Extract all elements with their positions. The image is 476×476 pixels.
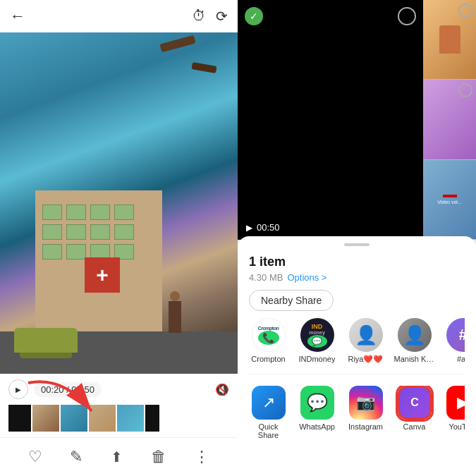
quickshare-icon: ↗ bbox=[252, 386, 286, 420]
canva-label: Canva bbox=[403, 422, 426, 431]
timer-icon[interactable]: ⏱ bbox=[192, 8, 206, 25]
youtube-label: YouTu... bbox=[448, 422, 465, 431]
nearby-share-button[interactable]: Nearby Share bbox=[249, 290, 334, 311]
character bbox=[169, 301, 181, 333]
canva-icon: C bbox=[398, 386, 432, 420]
app-whatsapp[interactable]: 💬 WhatsApp bbox=[298, 386, 336, 439]
manish-avatar: 👤 bbox=[398, 318, 432, 352]
app-canva[interactable]: C Canva bbox=[395, 386, 434, 439]
select-circle bbox=[458, 4, 472, 18]
thumb-dark-2 bbox=[145, 405, 159, 432]
circle-select bbox=[398, 7, 416, 25]
hashtag-name: #all bbox=[457, 355, 465, 363]
side-thumb-3[interactable]: Video vol... bbox=[423, 160, 476, 240]
flying-object-1 bbox=[159, 35, 195, 53]
thumb-4 bbox=[117, 405, 144, 432]
medical-cross bbox=[85, 257, 120, 293]
left-panel: ← ⏱ ⟳ ▶ 00:20 / 00:50 � bbox=[0, 0, 238, 476]
side-thumb-2[interactable] bbox=[423, 80, 476, 159]
instagram-icon: 📷 bbox=[349, 386, 383, 420]
gallery-side-strip: Video vol... bbox=[423, 0, 476, 240]
share-button[interactable]: ⬆ bbox=[108, 446, 126, 468]
crompton-avatar: Crompton 📞 bbox=[252, 318, 286, 352]
volume-icon[interactable]: 🔇 bbox=[215, 383, 229, 396]
video-black-area bbox=[238, 0, 423, 240]
thumb-2 bbox=[61, 405, 87, 432]
gallery-top: ✓ ▶ 00:50 bbox=[238, 0, 476, 240]
refresh-icon[interactable]: ⟳ bbox=[216, 8, 228, 25]
video-main bbox=[0, 32, 238, 374]
contact-manish[interactable]: 👤 Manish Kaka bbox=[395, 318, 434, 364]
divider bbox=[249, 374, 465, 374]
contact-indmoney[interactable]: IND money 💬 INDmoney bbox=[298, 318, 336, 364]
sheet-info-row: 4.30 MB Options > bbox=[249, 271, 465, 283]
riya-avatar: 👤 bbox=[349, 318, 383, 352]
quickshare-label: Quick Share bbox=[249, 422, 288, 439]
video-duration: ▶ 00:50 bbox=[246, 222, 280, 233]
right-panel: ✓ ▶ 00:50 bbox=[238, 0, 476, 476]
video-bar bbox=[443, 195, 457, 197]
timeline-bar: ▶ 00:20 / 00:50 🔇 bbox=[8, 379, 229, 399]
top-icons-group: ⏱ ⟳ bbox=[192, 8, 228, 25]
bottom-toolbar: ♡ ✎ ⬆ 🗑 ⋮ bbox=[0, 437, 238, 476]
sheet-title: 1 item bbox=[249, 255, 465, 269]
like-button[interactable]: ♡ bbox=[25, 445, 45, 469]
thumb-bg-3: Video vol... bbox=[423, 160, 476, 239]
app-instagram[interactable]: 📷 Instagram bbox=[346, 386, 385, 439]
thumb-1 bbox=[32, 405, 59, 432]
sheet-size: 4.30 MB bbox=[249, 272, 283, 283]
whatsapp-label: WhatsApp bbox=[299, 422, 335, 431]
side-thumb-1[interactable] bbox=[423, 0, 476, 80]
whatsapp-icon: 💬 bbox=[300, 386, 334, 420]
sheet-handle bbox=[344, 243, 370, 246]
building-windows bbox=[42, 205, 134, 260]
share-sheet: 1 item 4.30 MB Options > Nearby Share Cr… bbox=[238, 236, 476, 476]
play-icon: ▶ bbox=[246, 223, 252, 233]
instagram-label: Instagram bbox=[348, 422, 383, 431]
contact-crompton[interactable]: Crompton 📞 Crompton bbox=[249, 318, 288, 364]
edit-button[interactable]: ✎ bbox=[67, 445, 85, 469]
video-label: Video vol... bbox=[437, 200, 462, 205]
film-strip bbox=[8, 405, 229, 432]
riya-name: Riya❤️❤️ bbox=[348, 355, 383, 364]
contact-hashtag-all[interactable]: # #all bbox=[444, 318, 465, 364]
building bbox=[35, 190, 162, 331]
indmoney-name: INDmoney bbox=[299, 355, 336, 363]
youtube-icon: ▶ bbox=[446, 386, 465, 420]
play-button[interactable]: ▶ bbox=[8, 379, 28, 399]
back-button[interactable]: ← bbox=[10, 7, 25, 25]
contact-riya[interactable]: 👤 Riya❤️❤️ bbox=[346, 318, 385, 364]
thumb-3 bbox=[89, 405, 116, 432]
hashtag-avatar: # bbox=[446, 318, 465, 352]
crompton-name: Crompton bbox=[251, 355, 285, 363]
top-bar: ← ⏱ ⟳ bbox=[0, 0, 238, 32]
indmoney-avatar: IND money 💬 bbox=[300, 318, 334, 352]
contacts-row: Crompton 📞 Crompton IND money 💬 INDmo bbox=[249, 318, 465, 367]
apps-row: ↗ Quick Share 💬 WhatsApp 📷 Instagram bbox=[249, 386, 465, 439]
app-quickshare[interactable]: ↗ Quick Share bbox=[249, 386, 288, 439]
thumb-content bbox=[439, 25, 460, 54]
flying-object-2 bbox=[191, 62, 216, 73]
app-youtube[interactable]: ▶ YouTu... bbox=[444, 386, 465, 439]
selected-badge: ✓ bbox=[245, 7, 263, 25]
more-options-button[interactable]: ⋮ bbox=[191, 445, 212, 469]
thumb-dark-1 bbox=[8, 405, 31, 432]
delete-button[interactable]: 🗑 bbox=[148, 445, 169, 469]
car bbox=[14, 328, 78, 353]
main-video-thumb[interactable]: ✓ ▶ 00:50 bbox=[238, 0, 423, 240]
options-link[interactable]: Options > bbox=[287, 272, 327, 283]
time-display: 00:20 / 00:50 bbox=[34, 382, 102, 397]
manish-name: Manish Kaka bbox=[394, 355, 435, 363]
video-controls: ▶ 00:20 / 00:50 🔇 bbox=[0, 374, 238, 437]
